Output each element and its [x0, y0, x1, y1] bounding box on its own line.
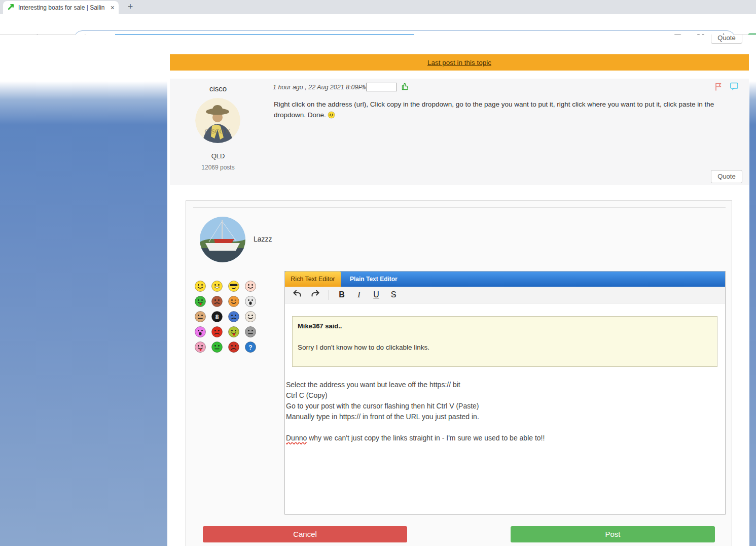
reply-text-line: Manually type in https:// in front of th…: [286, 412, 723, 422]
emoticon-shocked[interactable]: [194, 326, 206, 338]
misspelled-word: Dunno: [286, 434, 307, 442]
tab-rich-text-editor[interactable]: Rich Text Editor: [285, 271, 341, 287]
browser-tab[interactable]: Interesting boats for sale | Sailin ×: [3, 1, 119, 14]
browser-window: Interesting boats for sale | Sailin × + …: [0, 0, 756, 546]
post-author-avatar[interactable]: CISCO K: [195, 98, 240, 143]
editor-tab-bar: Rich Text Editor Plain Text Editor: [285, 271, 725, 287]
cancel-button[interactable]: Cancel: [203, 526, 407, 542]
emoticon-meh[interactable]: [211, 341, 223, 353]
site-favicon-arrow-icon: [7, 3, 15, 13]
emoticon-cheeky[interactable]: [194, 341, 206, 353]
redo-icon[interactable]: [310, 289, 320, 300]
emoticon-grid: 8?: [194, 280, 257, 353]
smiley-emoticon: [328, 111, 335, 119]
emoticon-blush[interactable]: [244, 280, 257, 292]
toolbar-separator: [329, 290, 329, 300]
emoticon-sad[interactable]: [228, 311, 240, 323]
reply-blank-line: [286, 422, 723, 433]
reply-text-line: Go to your post with the cursor flashing…: [286, 401, 723, 412]
editor-toolbar: B I U S: [285, 287, 725, 303]
emoticon-devil[interactable]: [211, 295, 223, 308]
panel-divider: [193, 208, 726, 208]
emoticon-cool[interactable]: [228, 280, 240, 292]
post-timestamp: 1 hour ago , 22 Aug 2021 8:09PM: [273, 84, 368, 91]
post-author-post-count: 12069 posts: [170, 164, 266, 171]
emoticon-unsure[interactable]: [194, 311, 206, 323]
quoted-text: Sorry I don't know how to do clickable l…: [298, 344, 429, 351]
post-author-name: cisco: [170, 84, 266, 93]
post-author-location: QLD: [170, 152, 266, 160]
emoticon-laugh[interactable]: [211, 280, 223, 292]
post-body-text: Right click on the address (url), Click …: [274, 99, 733, 120]
rich-text-editor: Rich Text Editor Plain Text Editor B I: [284, 271, 726, 515]
undo-icon[interactable]: [292, 289, 302, 300]
reply-author-name: Lazzz: [254, 235, 272, 243]
emoticon-innocent[interactable]: [244, 311, 257, 323]
emoticon-wink[interactable]: [228, 295, 240, 308]
browser-toolbar: https:// www.seabreeze.com.au/forums/Sai…: [0, 14, 756, 35]
svg-text:8: 8: [215, 314, 219, 321]
like-count-box[interactable]: [366, 83, 397, 91]
previous-post-quote-button[interactable]: Quote: [711, 35, 742, 44]
post-button[interactable]: Post: [511, 526, 715, 542]
underline-button[interactable]: U: [372, 290, 381, 299]
emoticon-embarrassed[interactable]: [228, 341, 240, 353]
svg-text:CISCO K: CISCO K: [205, 127, 231, 135]
strikethrough-button[interactable]: S: [389, 290, 398, 299]
reply-text-line: Dunno why we can't just copy the links s…: [286, 433, 723, 443]
svg-text:?: ?: [248, 344, 252, 351]
emoticon-grim[interactable]: [244, 326, 257, 338]
emoticon-eight-ball[interactable]: 8: [211, 311, 223, 323]
tab-plain-text-editor[interactable]: Plain Text Editor: [346, 271, 402, 287]
page-viewport: Quote Last post in this topic cisco C: [0, 35, 756, 546]
reply-text-line: Select the address you want but leave of…: [286, 380, 723, 390]
bold-button[interactable]: B: [337, 290, 346, 299]
reply-text: Select the address you want but leave of…: [286, 380, 723, 443]
new-tab-button[interactable]: +: [125, 2, 136, 13]
italic-button[interactable]: I: [354, 290, 364, 299]
reply-author-avatar[interactable]: [200, 217, 245, 262]
emoticon-green-tongue[interactable]: [194, 295, 206, 308]
tab-title: Interesting boats for sale | Sailin: [18, 4, 107, 11]
emoticon-clown[interactable]: [244, 295, 257, 308]
comment-bubble-icon[interactable]: [729, 81, 739, 93]
forum-post: cisco CISCO K QLD 12069 posts 1 hour ago…: [170, 79, 749, 185]
reply-lines: Select the address you want but leave of…: [286, 380, 723, 422]
reply-panel: Lazzz 8? Rich Text Editor Plain Text Edi…: [186, 200, 732, 546]
last-post-link[interactable]: Last post in this topic: [427, 59, 491, 66]
last-post-banner: Last post in this topic: [170, 54, 749, 71]
tab-close-icon[interactable]: ×: [111, 4, 115, 11]
emoticon-angry[interactable]: [211, 326, 223, 338]
tab-bar: Interesting boats for sale | Sailin × +: [0, 0, 756, 14]
quoted-message-box: Mike367 said.. Sorry I don't know how to…: [292, 316, 717, 367]
forum-content: Quote Last post in this topic cisco C: [167, 35, 749, 546]
emoticon-question[interactable]: ?: [244, 341, 257, 353]
emoticon-smile[interactable]: [194, 280, 206, 292]
editor-content-area[interactable]: Mike367 said.. Sorry I don't know how to…: [285, 303, 725, 514]
emoticon-sick[interactable]: [228, 326, 240, 338]
reply-text-line: Ctrl C (Copy): [286, 390, 723, 401]
quote-button[interactable]: Quote: [711, 170, 742, 183]
thumbs-up-icon[interactable]: [401, 81, 411, 93]
report-flag-icon[interactable]: [714, 82, 723, 94]
quoted-author: Mike367 said..: [298, 322, 342, 330]
